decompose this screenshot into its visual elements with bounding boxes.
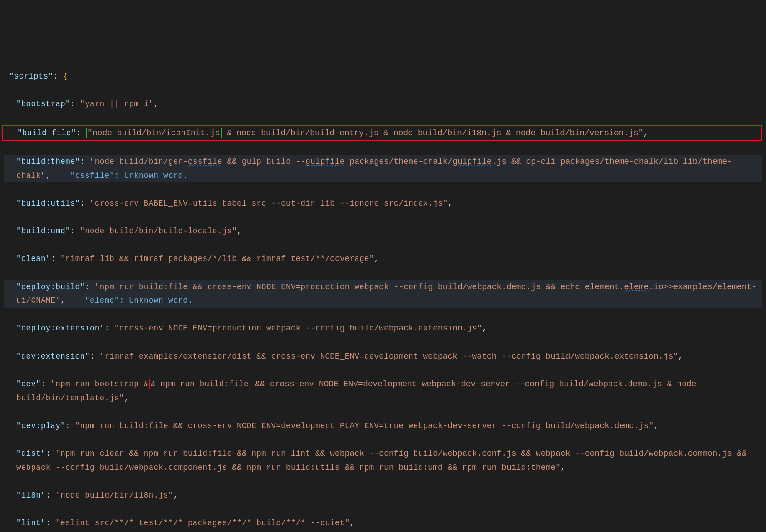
entry-dev-play: "dev:play": "npm run build:file && cross… xyxy=(4,419,762,433)
scripts-open: "scripts": { xyxy=(4,69,762,84)
highlight-box-build-file: "build:file": "node build/bin/iconInit.j… xyxy=(2,125,762,141)
entry-dist: "dist": "npm run clean && npm run build:… xyxy=(4,447,762,474)
hint-eleme: "eleme": Unknown word. xyxy=(85,296,193,305)
entry-build-file: "build:file": "node build/bin/iconInit.j… xyxy=(5,126,760,140)
hint-cssfile: "cssfile": Unknown word. xyxy=(70,171,188,180)
entry-build-theme: "build:theme": "node build/bin/gen-cssfi… xyxy=(4,155,762,182)
entry-lint: "lint": "eslint src/**/* test/**/* packa… xyxy=(4,516,762,530)
highlight-box-npm-run-build-file: & npm run build:file xyxy=(149,379,255,389)
entry-bootstrap: "bootstrap": "yarn || npm i", xyxy=(4,97,762,111)
entry-dev-extension: "dev:extension": "rimraf examples/extens… xyxy=(4,350,762,364)
entry-build-umd: "build:umd": "node build/bin/build-local… xyxy=(4,224,762,238)
entry-deploy-build: "deploy:build": "npm run build:file && c… xyxy=(4,280,762,308)
entry-i18n: "i18n": "node build/bin/i18n.js", xyxy=(4,488,762,502)
entry-dev: "dev": "npm run bootstrap && npm run bui… xyxy=(4,377,762,405)
entry-clean: "clean": "rimraf lib && rimraf packages/… xyxy=(4,252,762,266)
json-code-block[interactable]: "scripts": { "bootstrap": "yarn || npm i… xyxy=(0,56,766,532)
entry-deploy-extension: "deploy:extension": "cross-env NODE_ENV=… xyxy=(4,321,762,335)
entry-build-utils: "build:utils": "cross-env BABEL_ENV=util… xyxy=(4,197,762,211)
highlight-box-iconinit: "node build/bin/iconInit.js xyxy=(86,128,222,138)
